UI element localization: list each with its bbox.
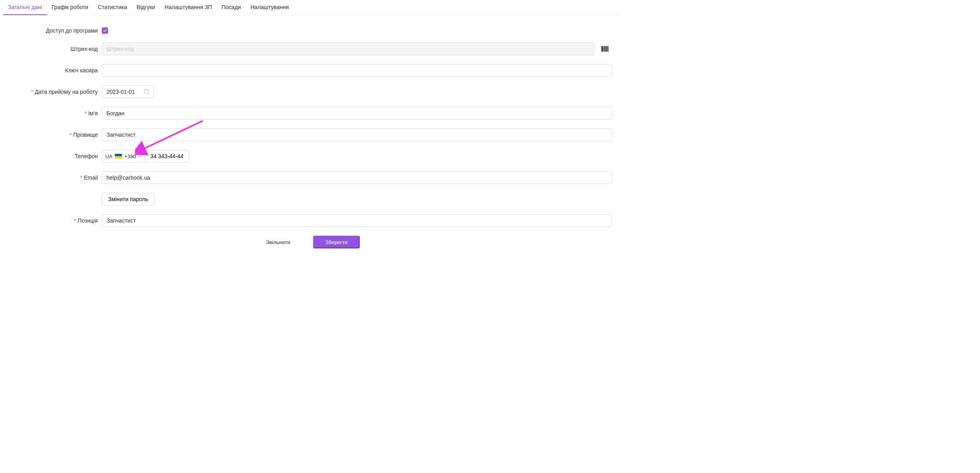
- last-name-input[interactable]: [102, 128, 612, 141]
- label-access: Доступ до програми: [6, 27, 102, 34]
- tab-salary-settings[interactable]: Налаштування ЗП: [160, 0, 217, 15]
- svg-rect-1: [602, 46, 603, 52]
- svg-rect-6: [607, 46, 608, 52]
- cashier-key-input[interactable]: [102, 64, 612, 77]
- svg-rect-7: [608, 46, 609, 52]
- phone-prefix-text: +380: [124, 153, 136, 159]
- employee-form: Доступ до програми Штрих-код: [0, 16, 618, 260]
- svg-rect-2: [603, 46, 604, 52]
- label-position: Позиція: [6, 217, 102, 224]
- label-hire-date: Дата прийому на роботу: [6, 89, 102, 95]
- position-input[interactable]: [102, 214, 612, 227]
- first-name-input[interactable]: [102, 107, 612, 120]
- barcode-scan-button[interactable]: [598, 43, 612, 55]
- phone-number-input[interactable]: [145, 150, 189, 163]
- change-password-button[interactable]: Змінити пароль: [102, 193, 155, 205]
- calendar-icon: [144, 89, 149, 95]
- tabs-bar: Загальні дані Графік роботи Статистика В…: [0, 0, 618, 16]
- flag-ua-icon: [115, 154, 122, 159]
- tab-positions[interactable]: Посади: [217, 0, 246, 15]
- dismiss-button[interactable]: Звільнити: [259, 236, 297, 248]
- email-input[interactable]: [102, 171, 612, 184]
- tab-settings[interactable]: Налаштування: [246, 0, 294, 15]
- label-last-name: Прізвище: [6, 132, 102, 138]
- phone-country-code: UA: [105, 153, 112, 159]
- label-cashier-key: Ключ касира: [6, 67, 102, 74]
- tab-general[interactable]: Загальні дані: [3, 0, 47, 15]
- svg-rect-8: [145, 89, 149, 93]
- svg-rect-4: [605, 46, 606, 52]
- hire-date-picker[interactable]: [102, 85, 153, 98]
- barcode-icon: [601, 46, 608, 52]
- tab-reviews[interactable]: Відгуки: [132, 0, 160, 15]
- svg-rect-3: [604, 46, 605, 52]
- tab-schedule[interactable]: Графік роботи: [47, 0, 93, 15]
- phone-country-select[interactable]: UA +380: [102, 150, 145, 163]
- barcode-input: [102, 43, 595, 55]
- svg-rect-0: [601, 46, 602, 52]
- label-barcode: Штрих-код: [6, 46, 102, 52]
- form-footer: Звільнити Зберегти: [6, 236, 612, 248]
- tab-statistics[interactable]: Статистика: [93, 0, 132, 15]
- label-first-name: Ім'я: [6, 110, 102, 116]
- chevron-down-icon: [138, 153, 142, 159]
- save-button[interactable]: Зберегти: [313, 236, 359, 248]
- label-email: Email: [6, 174, 102, 181]
- svg-rect-5: [606, 46, 607, 52]
- label-phone: Телефон: [6, 153, 102, 159]
- access-checkbox[interactable]: [102, 27, 108, 34]
